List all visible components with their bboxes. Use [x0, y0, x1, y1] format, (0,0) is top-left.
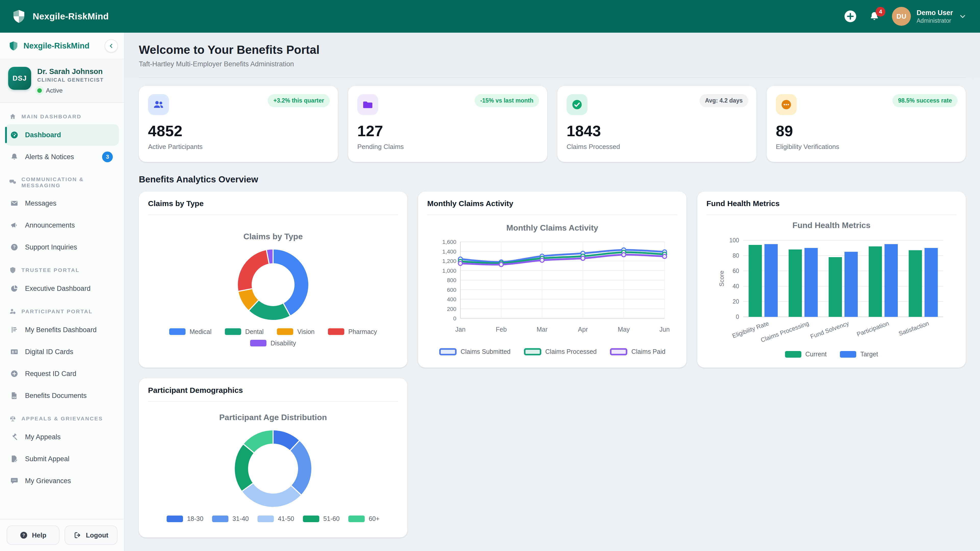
legend-item-medical: Medical: [169, 328, 212, 335]
chevron-left-icon: [108, 43, 115, 49]
sidebar-footer: ? Help Logout: [0, 519, 124, 551]
chat-icon: [9, 179, 16, 186]
svg-text:PDF: PDF: [12, 396, 17, 399]
notifications-button[interactable]: 4: [869, 11, 880, 22]
card-title: Monthly Claims Activity: [427, 199, 677, 215]
question-icon: ?: [10, 243, 18, 251]
charts-row-2: Participant Demographics Participant Age…: [139, 378, 966, 537]
sidebar-item-request-id-card[interactable]: Request ID Card: [5, 363, 119, 384]
sidebar-item-support-inquiries[interactable]: ?Support Inquiries: [5, 237, 119, 258]
stat-value: 89: [776, 122, 956, 140]
scales-icon: [9, 415, 16, 422]
check-icon: [571, 99, 583, 110]
nav-section-trustee-portal: TRUSTEE PORTAL: [0, 259, 124, 277]
sidebar-item-my-grievances[interactable]: My Grievances: [5, 470, 119, 492]
plus-circle-icon: [844, 10, 857, 23]
svg-text:Jan: Jan: [455, 326, 466, 333]
svg-text:0: 0: [736, 313, 739, 320]
legend-item-51-60: 51-60: [303, 515, 340, 522]
stat-value: 127: [357, 122, 538, 140]
sidebar-item-benefits-documents[interactable]: PDFBenefits Documents: [5, 385, 119, 407]
svg-text:?: ?: [13, 245, 16, 249]
stat-value: 4852: [148, 122, 329, 140]
legend-item-current: Current: [785, 351, 827, 358]
sidebar: Nexgile-RiskMind DSJ Dr. Sarah Johnson C…: [0, 33, 124, 551]
envelope-icon: [10, 199, 18, 207]
claims-by-type-donut-chart: [197, 246, 350, 323]
main-content: Welcome to Your Benefits Portal Taft-Har…: [124, 33, 980, 551]
svg-text:May: May: [617, 326, 630, 333]
add-button[interactable]: [844, 10, 857, 23]
svg-text:Participation: Participation: [856, 320, 890, 338]
profile-title: CLINICAL GENETICIST: [37, 77, 103, 83]
nav-section-main-dashboard: MAIN DASHBOARD: [0, 105, 124, 124]
card-title: Claims by Type: [148, 199, 398, 215]
sidebar-item-my-appeals[interactable]: My Appeals: [5, 426, 119, 448]
sidebar-profile: DSJ Dr. Sarah Johnson CLINICAL GENETICIS…: [0, 59, 124, 103]
sidebar-nav: MAIN DASHBOARD Dashboard Alerts & Notice…: [0, 103, 124, 519]
svg-text:?: ?: [22, 533, 25, 537]
sidebar-item-announcements[interactable]: Announcements: [5, 214, 119, 236]
stat-badge: -15% vs last month: [475, 94, 539, 107]
svg-text:60: 60: [732, 268, 739, 274]
notification-badge: 4: [876, 7, 885, 17]
user-menu[interactable]: DU Demo User Administrator: [892, 7, 967, 26]
svg-text:Apr: Apr: [578, 326, 588, 333]
profile-name: Dr. Sarah Johnson: [37, 67, 103, 76]
app-header: Nexgile-RiskMind 4 DU Demo User Administ…: [0, 0, 980, 33]
chart-legend: Medical Dental Vision Pharmacy Disabilit…: [166, 328, 380, 347]
sidebar-item-submit-appeal[interactable]: Submit Appeal: [5, 448, 119, 470]
stat-label: Pending Claims: [357, 143, 538, 151]
claims-by-type-card: Claims by Type Claims by Type Medical De…: [139, 192, 407, 368]
legend-item-vision: Vision: [277, 328, 315, 335]
chart-title: Claims by Type: [243, 232, 303, 241]
stat-label: Eligibility Verifications: [776, 143, 956, 151]
svg-text:100: 100: [729, 237, 739, 244]
legend-item-dental: Dental: [225, 328, 264, 335]
stat-label: Active Participants: [148, 143, 329, 151]
legend-item-60: 60+: [348, 515, 380, 522]
svg-text:200: 200: [447, 306, 456, 312]
stats-grid: +3.2% this quarter 4852 Active Participa…: [139, 86, 966, 162]
sidebar-item-my-benefits-dashboard[interactable]: My Benefits Dashboard: [5, 319, 119, 341]
svg-text:Mar: Mar: [536, 326, 547, 333]
chevron-down-icon: [959, 12, 967, 21]
user-name: Demo User: [916, 8, 953, 17]
profile-avatar: DSJ: [8, 67, 31, 90]
stat-badge: +3.2% this quarter: [268, 94, 330, 107]
analytics-section-title: Benefits Analytics Overview: [139, 174, 966, 184]
svg-text:800: 800: [447, 277, 456, 283]
svg-text:Fund Solvency: Fund Solvency: [809, 320, 850, 340]
sidebar-item-messages[interactable]: Messages: [5, 192, 119, 214]
legend-item-claims-processed: Claims Processed: [524, 348, 597, 355]
header-actions: 4 DU Demo User Administrator: [844, 7, 967, 26]
logout-button[interactable]: Logout: [65, 526, 118, 545]
chart-title: Participant Age Distribution: [219, 413, 327, 422]
sidebar-brand-title: Nexgile-RiskMind: [24, 41, 89, 51]
sidebar-item-dashboard[interactable]: Dashboard: [5, 124, 119, 146]
people-icon: [153, 99, 164, 110]
sidebar-item-executive-dashboard[interactable]: Executive Dashboard: [5, 278, 119, 299]
stat-card-claims-processed: Avg: 4.2 days 1843 Claims Processed: [557, 86, 756, 162]
stat-card-eligibility-verifications: 98.5% success rate 89 Eligibility Verifi…: [767, 86, 966, 162]
stat-badge: 98.5% success rate: [892, 94, 958, 107]
sidebar-item-digital-id-cards[interactable]: Digital ID Cards: [5, 341, 119, 362]
title-divider: [139, 77, 966, 78]
fund-health-bar-chart: 020406080100ScoreEligibility RateClaims …: [717, 235, 946, 345]
legend-item-pharmacy: Pharmacy: [328, 328, 377, 335]
svg-text:1,400: 1,400: [442, 248, 456, 255]
sidebar-shield-icon: [8, 41, 19, 51]
svg-text:Feb: Feb: [496, 326, 507, 333]
stat-card-pending-claims: -15% vs last month 127 Pending Claims: [348, 86, 547, 162]
monthly-claims-card: Monthly Claims Activity Monthly Claims A…: [418, 192, 687, 368]
home-icon: [9, 113, 16, 120]
pdf-icon: PDF: [10, 392, 18, 400]
chart-legend: Claims Submitted Claims Processed Claims…: [439, 348, 666, 355]
legend-item-disability: Disability: [250, 340, 296, 347]
folder-icon: [362, 99, 373, 110]
stat-card-active-participants: +3.2% this quarter 4852 Active Participa…: [139, 86, 338, 162]
legend-item-31-40: 31-40: [212, 515, 249, 522]
help-button[interactable]: ? Help: [6, 526, 59, 545]
sidebar-collapse-button[interactable]: [105, 39, 118, 52]
sidebar-item-alerts-notices[interactable]: Alerts & Notices 3: [5, 146, 119, 168]
